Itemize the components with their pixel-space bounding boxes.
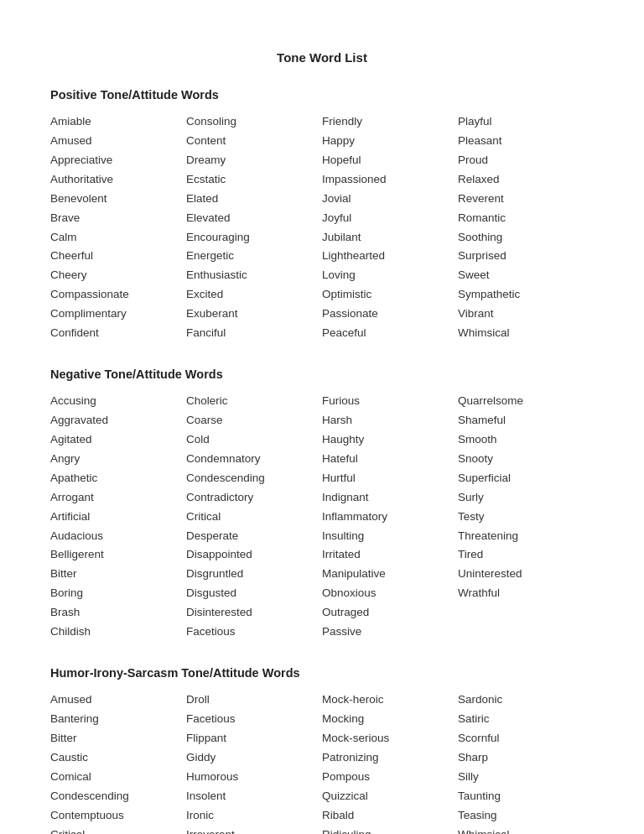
word-item: Quarrelsome: [458, 393, 594, 410]
word-item: Friendly: [322, 113, 458, 131]
word-item: Brash: [50, 604, 186, 622]
word-item: Condescending: [50, 788, 186, 805]
word-item: Bantering: [50, 711, 186, 728]
word-column-positive-1: ConsolingContentDreamyEcstaticElatedElev…: [186, 113, 322, 342]
word-item: Condemnatory: [186, 451, 322, 468]
word-item: Superficial: [458, 470, 594, 487]
word-item: Surly: [458, 489, 594, 507]
word-item: Angry: [50, 451, 186, 468]
word-item: Sharp: [458, 749, 594, 767]
word-item: Passionate: [322, 305, 458, 323]
word-item: Encouraging: [186, 229, 322, 247]
word-item: Indignant: [322, 489, 458, 507]
word-item: Harsh: [322, 412, 458, 430]
word-item: Vibrant: [458, 305, 594, 323]
word-item: Childish: [50, 623, 186, 641]
word-item: Consoling: [186, 113, 322, 131]
word-item: Benevolent: [50, 190, 186, 208]
word-item: Insulting: [322, 528, 458, 545]
word-item: Complimentary: [50, 305, 186, 323]
word-column-positive-2: FriendlyHappyHopefulImpassionedJovialJoy…: [322, 113, 458, 342]
word-item: Disappointed: [186, 546, 322, 564]
word-item: Mock-heroic: [322, 691, 458, 709]
word-item: Obnoxious: [322, 585, 458, 602]
section-heading-humor: Humor-Irony-Sarcasm Tone/Attitude Words: [50, 666, 594, 680]
word-item: Agitated: [50, 431, 186, 449]
word-item: Desperate: [186, 528, 322, 545]
word-item: Fanciful: [186, 325, 322, 342]
word-item: Irritated: [322, 546, 458, 564]
word-item: Silly: [458, 769, 594, 786]
word-item: Artificial: [50, 508, 186, 526]
word-column-humor-1: DrollFacetiousFlippantGiddyHumorousInsol…: [186, 691, 322, 834]
word-column-negative-1: CholericCoarseColdCondemnatoryCondescend…: [186, 393, 322, 641]
word-item: Insolent: [186, 788, 322, 805]
word-item: Smooth: [458, 431, 594, 449]
word-item: Ribald: [322, 807, 458, 825]
word-item: Amused: [50, 691, 186, 709]
word-item: Scornful: [458, 730, 594, 748]
word-column-negative-2: FuriousHarshHaughtyHatefulHurtfulIndigna…: [322, 393, 458, 641]
word-item: Outraged: [322, 604, 458, 622]
word-item: Inflammatory: [322, 508, 458, 526]
word-item: Patronizing: [322, 749, 458, 767]
word-item: Reverent: [458, 190, 594, 208]
word-item: Energetic: [186, 248, 322, 265]
word-item: Critical: [186, 508, 322, 526]
word-item: Coarse: [186, 412, 322, 430]
word-item: Sweet: [458, 267, 594, 284]
word-item: Whimsical: [458, 826, 594, 835]
word-item: Mocking: [322, 711, 458, 728]
word-item: Happy: [322, 133, 458, 150]
word-column-humor-0: AmusedBanteringBitterCausticComicalConde…: [50, 691, 186, 834]
word-item: Furious: [322, 393, 458, 410]
word-item: Flippant: [186, 730, 322, 748]
page-title: Tone Word List: [50, 50, 594, 65]
section-positive: Positive Tone/Attitude WordsAmiableAmuse…: [50, 88, 594, 342]
word-item: Teasing: [458, 807, 594, 825]
word-item: Pleasant: [458, 133, 594, 150]
word-item: Taunting: [458, 788, 594, 805]
word-item: Comical: [50, 769, 186, 786]
word-item: Disgruntled: [186, 566, 322, 583]
word-item: Joyful: [322, 210, 458, 227]
word-item: Pompous: [322, 769, 458, 786]
word-item: Proud: [458, 152, 594, 169]
word-item: Cold: [186, 431, 322, 449]
word-item: Elated: [186, 190, 322, 208]
word-item: Amused: [50, 133, 186, 150]
word-item: Hopeful: [322, 152, 458, 169]
word-item: Quizzical: [322, 788, 458, 805]
section-negative: Negative Tone/Attitude WordsAccusingAggr…: [50, 367, 594, 641]
word-item: Accusing: [50, 393, 186, 410]
word-item: Boring: [50, 585, 186, 602]
word-item: Belligerent: [50, 546, 186, 564]
word-item: Wrathful: [458, 585, 594, 602]
word-item: Snooty: [458, 451, 594, 468]
word-item: Threatening: [458, 528, 594, 545]
word-column-positive-0: AmiableAmusedAppreciativeAuthoritativeBe…: [50, 113, 186, 342]
word-item: Soothing: [458, 229, 594, 247]
word-item: Mock-serious: [322, 730, 458, 748]
word-item: Bitter: [50, 566, 186, 583]
word-item: Ironic: [186, 807, 322, 825]
word-item: Loving: [322, 267, 458, 284]
word-grid-negative: AccusingAggravatedAgitatedAngryApathetic…: [50, 393, 594, 641]
word-item: Sardonic: [458, 691, 594, 709]
word-item: Elevated: [186, 210, 322, 227]
section-heading-positive: Positive Tone/Attitude Words: [50, 88, 594, 102]
word-item: Choleric: [186, 393, 322, 410]
word-item: Apathetic: [50, 470, 186, 487]
word-item: Haughty: [322, 431, 458, 449]
word-item: Lighthearted: [322, 248, 458, 265]
word-item: Calm: [50, 229, 186, 247]
word-item: Impassioned: [322, 171, 458, 189]
word-item: Audacious: [50, 528, 186, 545]
word-item: Uninterested: [458, 566, 594, 583]
word-grid-positive: AmiableAmusedAppreciativeAuthoritativeBe…: [50, 113, 594, 342]
word-item: Romantic: [458, 210, 594, 227]
section-heading-negative: Negative Tone/Attitude Words: [50, 367, 594, 381]
word-item: Arrogant: [50, 489, 186, 507]
word-item: Dreamy: [186, 152, 322, 169]
word-item: Condescending: [186, 470, 322, 487]
